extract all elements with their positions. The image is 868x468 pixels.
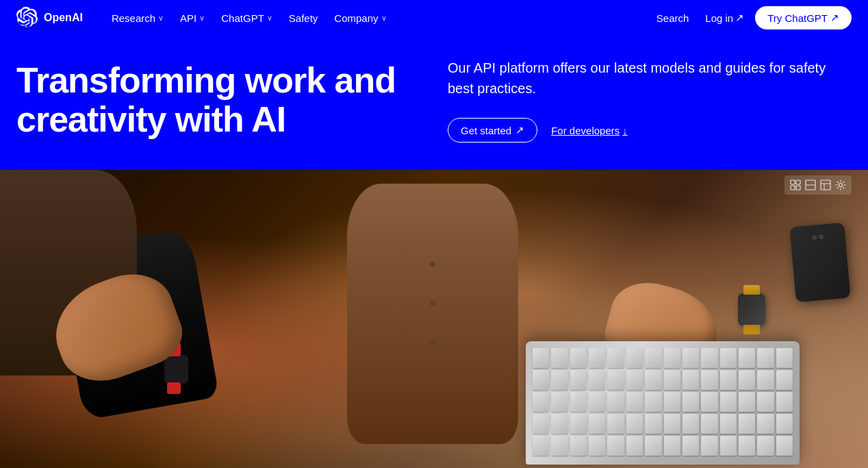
red-band-bottom [167, 382, 181, 394]
key [701, 370, 717, 390]
svg-rect-6 [821, 180, 830, 190]
developers-arrow-icon: ↓ [622, 125, 628, 136]
nav-item-research[interactable]: Research ∨ [105, 8, 170, 28]
red-watch [164, 355, 188, 384]
toolbar-icon-1[interactable] [789, 178, 802, 192]
key [533, 370, 549, 390]
nav-links: Research ∨ API ∨ ChatGPT ∨ Safety Compan… [105, 8, 651, 28]
key [626, 392, 643, 412]
svg-rect-1 [796, 180, 800, 184]
camera-dot-2 [819, 234, 824, 239]
logo-text: OpenAI [44, 12, 83, 24]
camera-dot-1 [813, 235, 817, 240]
company-chevron-icon: ∨ [381, 14, 387, 23]
key [682, 348, 699, 368]
nav-item-chatgpt[interactable]: ChatGPT ∨ [214, 8, 279, 28]
phone-camera [813, 234, 824, 239]
key [645, 370, 661, 390]
key [682, 436, 699, 456]
key [776, 392, 793, 412]
search-link[interactable]: Search [651, 8, 695, 28]
key [626, 348, 643, 368]
key [776, 370, 793, 390]
key [701, 392, 717, 412]
key [776, 436, 793, 456]
hero-image [0, 170, 868, 468]
try-arrow-icon: ↗ [830, 12, 839, 24]
watch-band-top [743, 285, 760, 295]
laptop-keyboard [526, 341, 800, 465]
key [739, 392, 755, 412]
key [664, 370, 680, 390]
hero-section: Transforming work and creativity with AI… [0, 36, 868, 170]
key [589, 392, 605, 412]
for-developers-button[interactable]: For developers ↓ [551, 125, 628, 136]
hero-description: Our API platform offers our latest model… [448, 58, 852, 99]
key [589, 370, 605, 390]
key [551, 348, 567, 368]
nav-item-api[interactable]: API ∨ [173, 8, 212, 28]
svg-point-9 [839, 184, 843, 187]
openai-logo-icon [16, 7, 38, 29]
key [757, 436, 774, 456]
get-started-arrow-icon: ↗ [515, 124, 524, 136]
key [589, 348, 605, 368]
key [551, 392, 567, 412]
key [570, 414, 587, 434]
key [533, 436, 549, 456]
key [720, 414, 737, 434]
shirt-button-3 [430, 340, 435, 345]
laptop [512, 314, 800, 465]
svg-rect-2 [791, 186, 795, 190]
svg-rect-3 [796, 186, 800, 190]
key [607, 414, 624, 434]
key [776, 348, 793, 368]
nav-item-company[interactable]: Company ∨ [327, 8, 393, 28]
key [626, 414, 643, 434]
hero-content-right: Our API platform offers our latest model… [448, 58, 852, 143]
key [570, 348, 587, 368]
login-link[interactable]: Log in ↗ [700, 8, 750, 28]
research-chevron-icon: ∨ [158, 14, 164, 23]
hero-image-section [0, 170, 868, 468]
key [626, 370, 643, 390]
key [551, 436, 567, 456]
try-chatgpt-button[interactable]: Try ChatGPT ↗ [755, 6, 852, 29]
key [570, 370, 587, 390]
key [739, 414, 755, 434]
toolbar-icon-2[interactable] [804, 178, 817, 192]
get-started-button[interactable]: Get started ↗ [448, 118, 537, 143]
hero-title: Transforming work and creativity with AI [16, 61, 420, 139]
key [720, 392, 737, 412]
key [757, 348, 774, 368]
key [607, 370, 624, 390]
phone-device [789, 223, 850, 303]
shirt-button-2 [430, 301, 435, 306]
key [664, 414, 680, 434]
key [682, 370, 699, 390]
login-arrow-icon: ↗ [735, 12, 744, 24]
key [757, 414, 774, 434]
key [739, 436, 755, 456]
key [701, 414, 717, 434]
key [607, 348, 624, 368]
key [757, 392, 774, 412]
center-torso [347, 184, 518, 444]
settings-icon[interactable] [834, 178, 847, 192]
nav-item-safety[interactable]: Safety [282, 8, 325, 28]
key [607, 436, 624, 456]
key [701, 436, 717, 456]
image-toolbar [784, 175, 852, 195]
svg-rect-0 [791, 180, 795, 184]
key [607, 392, 624, 412]
key [664, 348, 680, 368]
key [664, 436, 680, 456]
key [757, 370, 774, 390]
key [645, 392, 661, 412]
key [720, 348, 737, 368]
toolbar-icon-3[interactable] [819, 178, 832, 192]
key [645, 414, 661, 434]
logo[interactable]: OpenAI [16, 7, 83, 29]
hero-title-container: Transforming work and creativity with AI [16, 61, 420, 139]
key [626, 436, 643, 456]
